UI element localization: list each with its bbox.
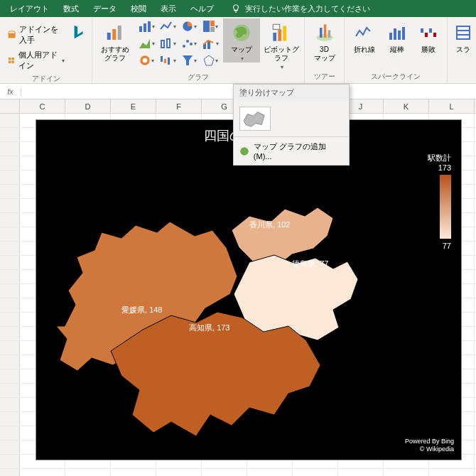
svg-rect-3 (118, 26, 121, 40)
row-head[interactable] (0, 327, 20, 340)
row-head[interactable] (0, 313, 20, 326)
row-head[interactable] (0, 455, 20, 468)
slicer-label: スラ (456, 45, 470, 54)
sparkline-column-button[interactable]: 縦棒 (383, 18, 411, 54)
row-head[interactable] (0, 199, 20, 212)
row-head[interactable] (0, 426, 20, 440)
chart-combo-button[interactable]: ▾ (200, 36, 220, 51)
svg-rect-33 (394, 28, 396, 40)
chart-scatter-button[interactable]: ▾ (179, 36, 199, 51)
row-head[interactable] (0, 128, 20, 141)
label-kagawa: 香川県, 102 (249, 220, 290, 230)
menu-tab-layout[interactable]: レイアウト (3, 0, 56, 17)
tell-me-search[interactable]: 実行したい作業を入力してください (231, 4, 370, 14)
slicer-button[interactable]: スラ (452, 18, 475, 54)
row-head[interactable] (0, 369, 20, 383)
group-label-addins: アドイン (4, 72, 87, 86)
get-addins-button[interactable]: アドインを入手 (4, 23, 67, 47)
area-chart-icon (139, 38, 151, 49)
col-head[interactable]: F (156, 99, 202, 113)
row-head[interactable] (0, 284, 20, 298)
row-head[interactable] (0, 213, 20, 227)
add-map-chart-button[interactable]: マップ グラフの追加(M)... (234, 136, 349, 165)
row-head[interactable] (0, 384, 20, 397)
svg-rect-35 (402, 27, 405, 40)
add-map-label: マップ グラフの追加(M)... (254, 141, 343, 161)
col-head[interactable]: L (429, 99, 475, 113)
chart-stat-button[interactable]: ▾ (158, 36, 178, 51)
row-head[interactable] (0, 270, 20, 283)
row-head[interactable] (0, 142, 20, 156)
sparkline-winloss-button[interactable]: 勝敗 (414, 18, 443, 54)
row-head[interactable] (0, 355, 20, 369)
group-label-tours: ツアー (309, 70, 340, 84)
group-label-charts: グラフ (97, 71, 300, 85)
chart-radar-button[interactable]: ▾ (200, 53, 220, 68)
row-head[interactable] (0, 298, 20, 312)
row-head[interactable] (0, 227, 20, 241)
map-chart[interactable]: 四国の県別駅数 香川県, 102 徳島県, 77 愛媛県, 148 高知県, 1… (36, 119, 462, 460)
svg-rect-21 (168, 58, 170, 65)
chart-pie-button[interactable]: ▾ (179, 18, 199, 34)
sparkline-column-label: 縦棒 (390, 45, 404, 54)
svg-rect-38 (429, 28, 432, 33)
chart-waterfall-button[interactable]: ▾ (158, 53, 178, 68)
svg-rect-24 (273, 33, 276, 41)
chart-bar-button[interactable]: ▾ (136, 18, 156, 34)
3d-map-label: 3D マップ (314, 45, 335, 63)
col-head[interactable]: E (111, 99, 156, 113)
chart-area-button[interactable]: ▾ (136, 36, 156, 51)
row-head[interactable] (0, 185, 20, 198)
menu-tab-view[interactable]: 表示 (153, 0, 183, 17)
row-head[interactable] (0, 412, 20, 426)
chart-line-button[interactable]: ▾ (158, 18, 178, 34)
map-chart-button[interactable]: マップ▾ (223, 18, 260, 63)
group-label-spark: スパークライン (349, 70, 443, 84)
row-head[interactable] (0, 256, 20, 269)
chart-treemap-button[interactable]: ▾ (200, 18, 220, 34)
svg-rect-0 (9, 33, 16, 38)
svg-rect-20 (164, 59, 166, 63)
svg-rect-34 (398, 31, 401, 40)
svg-rect-16 (207, 41, 210, 49)
menu-tab-review[interactable]: 校閲 (124, 0, 153, 17)
row-head[interactable] (0, 114, 20, 127)
row-head[interactable] (0, 341, 20, 355)
globe-small-icon (239, 146, 249, 156)
sparkline-line-icon (355, 26, 374, 40)
col-head[interactable]: C (20, 99, 65, 113)
row-head[interactable] (0, 242, 20, 255)
row-head[interactable] (0, 156, 20, 170)
svg-rect-36 (421, 28, 423, 33)
row-head[interactable] (0, 469, 20, 476)
pivot-chart-button[interactable]: ピボットグラフ▾ (263, 18, 300, 71)
filled-map-option[interactable] (234, 101, 349, 136)
menu-tab-help[interactable]: ヘルプ (183, 0, 221, 17)
legend-min: 77 (416, 242, 451, 250)
bing-maps-button[interactable] (70, 18, 87, 40)
sparkline-line-button[interactable]: 折れ線 (349, 18, 380, 54)
store-icon (7, 29, 16, 40)
label-tokushima: 徳島県, 77 (292, 259, 328, 269)
group-slicer: スラ (448, 17, 476, 84)
chart-surface-button[interactable]: ▾ (136, 53, 156, 68)
svg-rect-39 (433, 33, 436, 37)
sparkline-column-icon (389, 26, 406, 40)
dropdown-header: 塗り分けマップ (234, 85, 349, 101)
filled-map-thumb-icon (242, 109, 269, 129)
recommended-charts-button[interactable]: おすすめ グラフ (97, 18, 134, 63)
row-head[interactable] (0, 440, 20, 454)
chart-funnel-button[interactable]: ▾ (179, 53, 199, 68)
fx-label: fx (0, 87, 21, 96)
3d-map-button[interactable]: 3D マップ (309, 18, 340, 63)
legend-gradient (440, 175, 451, 239)
my-addins-button[interactable]: 個人用アドイン▾ (4, 48, 67, 72)
svg-rect-5 (144, 23, 146, 32)
menu-tab-data[interactable]: データ (86, 0, 124, 17)
col-head[interactable]: D (65, 99, 111, 113)
menu-tab-formula[interactable]: 数式 (56, 0, 86, 17)
menu-bar: レイアウト 数式 データ 校閲 表示 ヘルプ 実行したい作業を入力してください (0, 0, 476, 17)
row-head[interactable] (0, 171, 20, 184)
col-head[interactable]: K (384, 99, 429, 113)
row-head[interactable] (0, 398, 20, 411)
